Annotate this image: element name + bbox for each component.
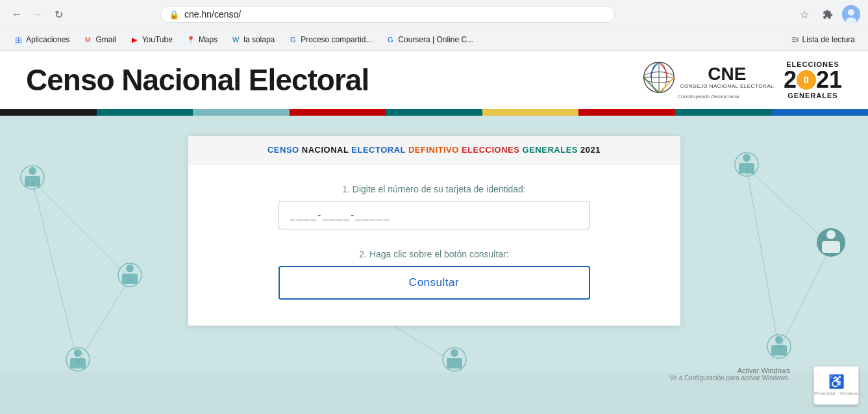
cne-sublabel: CONSEJO NACIONAL ELECTORAL: [680, 83, 774, 89]
bookmark-gmail[interactable]: M Gmail: [77, 32, 121, 47]
generales-label: GENERALES: [787, 92, 837, 99]
bookmarks-right: Lista de lectura: [786, 32, 860, 47]
title-electoral: ELECTORAL: [351, 145, 408, 155]
site-title: Censo Nacional Electoral: [26, 62, 369, 97]
bookmark-maps-label: Maps: [199, 35, 217, 44]
svg-point-29: [451, 349, 458, 357]
bookmark-youtube-label: YouTube: [142, 35, 173, 44]
elecciones-badge: ELECCIONES 2 0 21 GENERALES: [784, 60, 842, 99]
bookmark-coursera[interactable]: G Coursera | Online C...: [380, 32, 478, 47]
year-prefix: 2: [784, 68, 797, 92]
bookmark-coursera-label: Coursera | Online C...: [398, 35, 473, 44]
cne-label: CNE: [680, 65, 774, 83]
activate-title: Activar Windows: [669, 367, 790, 374]
lock-icon: 🔒: [169, 10, 179, 19]
browser-chrome: ← → ↻ 🔒 cne.hn/censo/ ☆ ⊞ Aplicaciones M…: [0, 0, 868, 51]
bookmark-star-button[interactable]: ☆: [795, 5, 813, 23]
browser-toolbar: ← → ↻ 🔒 cne.hn/censo/ ☆: [0, 0, 868, 29]
back-button[interactable]: ←: [8, 5, 26, 23]
bookmark-apps[interactable]: ⊞ Aplicaciones: [8, 32, 75, 47]
stripe-3: [193, 109, 290, 116]
activate-watermark: Activar Windows Ve a Configuración para …: [669, 367, 790, 382]
bookmark-proceso-label: Proceso compartid...: [301, 35, 372, 44]
svg-point-1: [848, 9, 854, 16]
forward-button[interactable]: →: [29, 5, 47, 23]
svg-rect-18: [70, 358, 86, 369]
bookmark-lasolapa-label: la solapa: [243, 35, 275, 44]
title-year: 2021: [580, 145, 601, 155]
site-header: Censo Nacional Electoral: [0, 51, 868, 109]
step1-label: 1. Digite el número de su tarjeta de ide…: [342, 184, 526, 194]
nav-buttons: ← → ↻: [8, 5, 68, 23]
address-text: cne.hn/censo/: [184, 9, 606, 19]
svg-point-28: [443, 348, 466, 371]
bookmark-gmail-label: Gmail: [95, 35, 116, 44]
title-definitivo: DEFINITIVO: [408, 145, 462, 155]
bookmarks-bar: ⊞ Aplicaciones M Gmail ▶ YouTube 📍 Maps …: [0, 29, 868, 50]
apps-icon: ⊞: [13, 34, 23, 45]
wp-icon: W: [230, 34, 241, 45]
svg-rect-30: [447, 358, 462, 369]
consult-button[interactable]: Consultar: [279, 266, 590, 300]
reading-list-label: Lista de lectura: [802, 35, 855, 44]
svg-point-17: [74, 349, 82, 357]
stripe-5: [386, 109, 482, 116]
year-badge: 2 0 21: [784, 68, 842, 92]
form-title: CENSO NACIONAL ELECTORAL DEFINITIVO ELEC…: [201, 145, 667, 155]
activate-subtitle: Ve a Configuración para activar Windows.: [669, 374, 790, 382]
recaptcha-icon: ♿: [828, 374, 845, 389]
reading-list-button[interactable]: Lista de lectura: [786, 32, 860, 47]
page-content: Censo Nacional Electoral: [0, 51, 868, 372]
svg-rect-27: [771, 345, 787, 356]
maps-icon: 📍: [186, 34, 196, 45]
color-stripe: [0, 109, 868, 116]
user-avatar[interactable]: [842, 5, 860, 23]
gmail-icon: M: [82, 34, 93, 45]
year-suffix: 21: [816, 68, 842, 92]
bookmark-maps[interactable]: 📍 Maps: [180, 32, 223, 47]
cne-tagline: Construyendo Democracia: [677, 94, 739, 99]
title-censo: CENSO: [267, 145, 302, 155]
title-generales: GENERALES: [523, 145, 581, 155]
title-nacional: NACIONAL: [302, 145, 351, 155]
bookmark-apps-label: Aplicaciones: [26, 35, 69, 44]
form-card-body: 1. Digite el número de su tarjeta de ide…: [188, 164, 680, 326]
step2-group: 2. Haga clic sobre el botón consultar: C…: [214, 249, 654, 300]
reload-button[interactable]: ↻: [49, 5, 68, 23]
main-area: CENSO NACIONAL ELECTORAL DEFINITIVO ELEC…: [0, 116, 868, 346]
cne-text-block: CNE CONSEJO NACIONAL ELECTORAL: [680, 65, 774, 89]
stripe-7: [578, 109, 675, 116]
proceso-icon: G: [288, 34, 298, 45]
title-elecciones: ELECCIONES: [462, 145, 523, 155]
recaptcha-badge: ♿ Privacidad - Términos: [813, 366, 859, 405]
recaptcha-text: Privacidad - Términos: [814, 391, 858, 396]
step2-label: 2. Haga clic sobre el botón consultar:: [359, 249, 508, 259]
year-sun-icon: 0: [797, 70, 816, 90]
form-card: CENSO NACIONAL ELECTORAL DEFINITIVO ELEC…: [188, 135, 681, 326]
address-bar[interactable]: 🔒 cne.hn/censo/: [160, 6, 615, 23]
extensions-button[interactable]: [819, 5, 837, 23]
bookmark-lasolapa[interactable]: W la solapa: [225, 32, 280, 47]
identity-input[interactable]: [279, 201, 590, 229]
bookmark-proceso[interactable]: G Proceso compartid...: [282, 32, 377, 47]
cne-globe-icon: [643, 61, 675, 94]
stripe-4: [290, 109, 386, 116]
svg-point-16: [66, 348, 90, 371]
stripe-6: [482, 109, 579, 116]
stripe-8: [675, 109, 772, 116]
step1-group: 1. Digite el número de su tarjeta de ide…: [214, 184, 654, 229]
stripe-9: [772, 109, 869, 116]
cne-logo: CNE CONSEJO NACIONAL ELECTORAL Construye…: [643, 61, 774, 99]
youtube-icon: ▶: [129, 34, 140, 45]
form-card-header: CENSO NACIONAL ELECTORAL DEFINITIVO ELEC…: [188, 136, 680, 164]
bookmark-youtube[interactable]: ▶ YouTube: [124, 32, 178, 47]
header-logos: CNE CONSEJO NACIONAL ELECTORAL Construye…: [643, 60, 842, 99]
stripe-1: [0, 109, 97, 116]
toolbar-right: ☆: [795, 5, 860, 23]
coursera-icon: G: [385, 34, 395, 45]
stripe-2: [97, 109, 193, 116]
